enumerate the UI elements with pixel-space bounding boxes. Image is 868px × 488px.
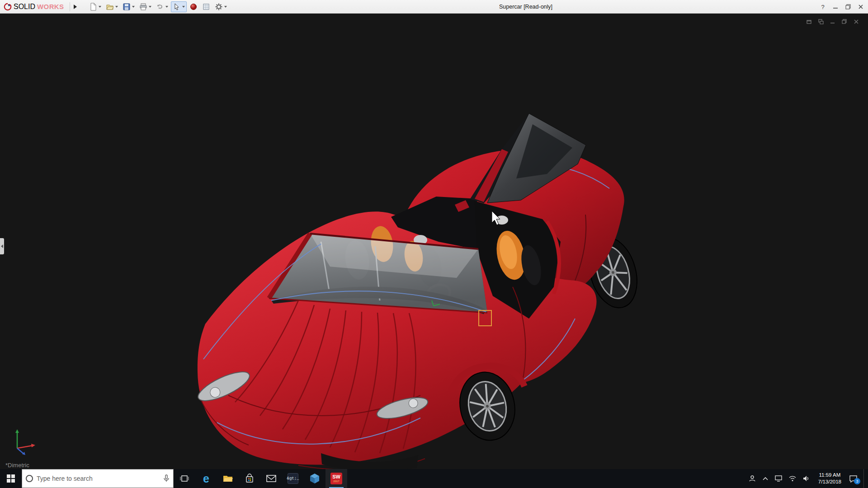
network-button[interactable] [774,475,783,482]
mail-icon [266,474,277,483]
window-controls: ? [816,0,867,14]
help-button[interactable]: ? [816,0,829,13]
save-icon [123,3,131,11]
brand-works: WORKS [37,3,64,10]
select-cursor-icon [173,3,181,11]
undo-button[interactable] [154,1,170,12]
action-center-button[interactable]: 3 [849,475,858,483]
task-pane-toggle[interactable] [0,238,4,254]
dock-window-icon[interactable] [817,18,825,25]
options-button[interactable] [213,1,229,12]
doc-restore-icon[interactable] [841,18,848,25]
network-icon [774,475,783,482]
terminal-button[interactable]: &gt;_ [282,469,304,488]
terminal-icon: &gt;_ [288,473,298,484]
view-orientation-label: *Dimetric [5,462,29,469]
open-button[interactable] [104,1,120,12]
cortana-icon [26,475,33,482]
edge-button[interactable]: e [195,469,217,488]
document-window-controls [806,18,860,25]
wifi-button[interactable] [788,475,797,482]
separator [70,2,70,11]
task-view-icon [179,474,189,483]
restore-button[interactable] [842,0,854,13]
search-input[interactable] [37,475,160,482]
undo-icon [156,3,164,11]
taskbar: e &gt;_ SW 2017 [0,469,868,488]
taskbar-search[interactable] [22,469,174,488]
save-button[interactable] [121,1,137,12]
graphics-viewport[interactable]: *Dimetric [0,14,868,469]
chevron-up-icon [762,476,769,481]
print-button[interactable] [137,1,153,12]
print-icon [139,3,147,11]
restore-icon [844,3,852,11]
car-model[interactable] [185,106,637,469]
drawing-sheet-button[interactable] [200,1,212,12]
volume-button[interactable] [802,475,811,482]
task-view-button[interactable] [174,469,195,488]
people-button[interactable] [748,474,756,483]
clock[interactable]: 11:59 AM 7/13/2018 [816,472,843,485]
appearance-sphere-icon [189,3,198,11]
close-button[interactable] [854,0,867,13]
people-icon [748,474,756,483]
drawing-sheet-icon [202,3,210,11]
float-window-icon[interactable] [806,18,813,25]
show-desktop-button[interactable] [863,469,866,488]
windows-logo-icon [7,474,15,483]
wifi-icon [788,475,797,482]
appearance-button[interactable] [188,1,199,12]
hidden-icons-button[interactable] [762,476,769,481]
minimize-icon [831,3,840,11]
clock-date: 7/13/2018 [818,479,841,485]
notification-badge: 3 [854,478,860,484]
mail-button[interactable] [260,469,282,488]
orientation-triad [9,427,37,456]
solidworks-logo: SOLIDWORKS [0,0,68,13]
titlebar: SOLIDWORKS [0,0,868,14]
standard-toolbar [87,1,229,12]
start-button[interactable] [0,469,22,488]
open-folder-icon [106,3,114,11]
doc-close-icon[interactable] [853,18,860,25]
solidworks-taskbar-button[interactable]: SW 2017 [326,469,347,488]
system-tray: 11:59 AM 7/13/2018 3 [748,469,868,488]
select-tool-button[interactable] [171,1,187,12]
file-explorer-button[interactable] [217,469,239,488]
speaker-icon [802,475,811,482]
toolbar-expand-icon[interactable] [72,2,79,12]
store-bag-icon [245,474,255,483]
cube-app-button[interactable] [304,469,326,488]
solidworks-app-icon: SW 2017 [330,473,342,484]
cube-app-icon [310,473,320,484]
new-document-button[interactable] [87,1,103,12]
new-document-icon [89,3,97,11]
window-title: Supercar [Read-only] [499,4,552,10]
folder-icon [222,474,233,483]
close-icon [857,3,865,11]
brand-solid: SOLID [14,3,35,11]
clock-time: 11:59 AM [818,472,841,479]
store-button[interactable] [239,469,260,488]
microphone-icon[interactable] [163,474,170,483]
doc-minimize-icon[interactable] [829,18,836,25]
edge-icon: e [203,473,209,484]
dassault-systemes-logo-icon [4,3,12,11]
gear-icon [215,3,223,11]
minimize-button[interactable] [829,0,842,13]
